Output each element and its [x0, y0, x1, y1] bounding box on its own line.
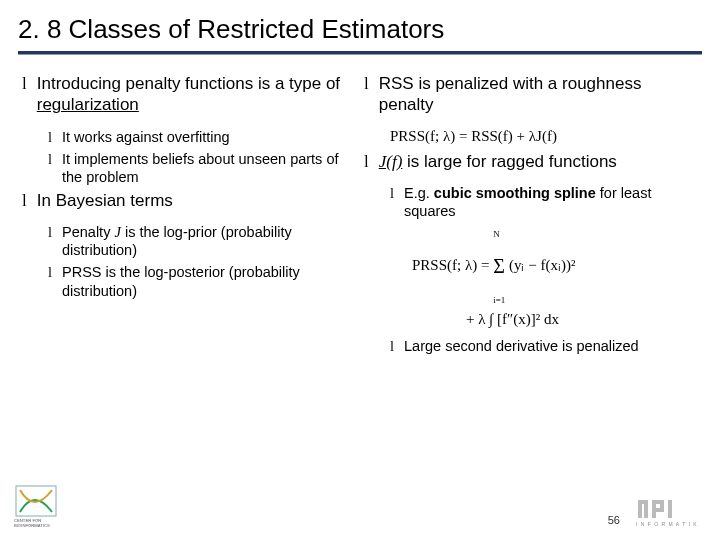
bullet-icon: l: [48, 223, 52, 259]
equation-prss-spline: PRSS(f; λ) = NΣi=1 (yᵢ − f(xᵢ))² + λ ∫ […: [412, 226, 698, 331]
right-point-2: l J(f) is large for ragged functions: [364, 151, 698, 172]
bioinformatics-logo: CENTER FOR BIOINFORMATICS: [14, 484, 74, 530]
bullet-icon: l: [390, 337, 394, 355]
bullet-icon: l: [48, 150, 52, 186]
bullet-text: J(f) is large for ragged functions: [379, 151, 698, 172]
left-point-2: l In Bayesian terms: [22, 190, 356, 211]
sum-symbol: NΣi=1: [493, 226, 505, 307]
content-columns: l Introducing penalty functions is a typ…: [0, 55, 720, 360]
bullet-text: Introducing penalty functions is a type …: [37, 73, 356, 116]
bullet-text: It works against overfitting: [62, 128, 356, 146]
bullet-icon: l: [390, 184, 394, 220]
sum-upper: N: [493, 229, 500, 239]
bullet-icon: l: [364, 73, 369, 116]
left-column: l Introducing penalty functions is a typ…: [22, 73, 356, 360]
right-point-2-sub1: l E.g. cubic smoothing spline for least …: [390, 184, 698, 220]
left-point-2-sub1: l Penalty J is the log-prior (probabilit…: [48, 223, 356, 259]
page-number: 56: [608, 514, 620, 526]
slide-title: 2. 8 Classes of Restricted Estimators: [0, 0, 720, 51]
text-underline: regularization: [37, 95, 139, 114]
bullet-icon: l: [48, 128, 52, 146]
equation-prss-basic: PRSS(f; λ) = RSS(f) + λJ(f): [390, 128, 698, 145]
bullet-icon: l: [364, 151, 369, 172]
logo-caption: I N F O R M A T I K: [636, 521, 698, 527]
bullet-icon: l: [22, 190, 27, 211]
text-bold: cubic smoothing spline: [434, 185, 596, 201]
mpi-logo: I N F O R M A T I K: [636, 496, 706, 530]
text-fragment: E.g.: [404, 185, 434, 201]
bullet-text: E.g. cubic smoothing spline for least sq…: [404, 184, 698, 220]
text-italic-underline: J(f): [379, 152, 403, 171]
bullet-icon: l: [48, 263, 52, 299]
sigma-icon: Σ: [493, 255, 505, 277]
equation-line-1: PRSS(f; λ) = NΣi=1 (yᵢ − f(xᵢ))²: [412, 226, 698, 307]
left-point-1-sub2: l It implements beliefs about unseen par…: [48, 150, 356, 186]
bullet-icon: l: [22, 73, 27, 116]
bullet-text: Large second derivative is penalized: [404, 337, 698, 355]
bullet-text: RSS is penalized with a roughness penalt…: [379, 73, 698, 116]
bullet-text: In Bayesian terms: [37, 190, 356, 211]
svg-rect-7: [660, 500, 664, 512]
text-fragment: Penalty: [62, 224, 114, 240]
left-point-2-sub2: l PRSS is the log-posterior (probability…: [48, 263, 356, 299]
bullet-text: Penalty J is the log-prior (probability …: [62, 223, 356, 259]
svg-rect-3: [638, 500, 648, 504]
bullet-text: It implements beliefs about unseen parts…: [62, 150, 356, 186]
sum-lower: i=1: [493, 295, 505, 305]
eq-fragment: PRSS(f; λ) =: [412, 257, 493, 273]
left-point-1-sub1: l It works against overfitting: [48, 128, 356, 146]
equation-line-2: + λ ∫ [f″(x)]² dx: [412, 307, 698, 331]
text-fragment: Introducing penalty functions is a type …: [37, 74, 340, 93]
logo-caption-2: BIOINFORMATICS: [14, 523, 50, 528]
right-point-2-sub2: l Large second derivative is penalized: [390, 337, 698, 355]
svg-rect-8: [668, 500, 672, 518]
text-fragment: is large for ragged functions: [402, 152, 617, 171]
bullet-text: PRSS is the log-posterior (probability d…: [62, 263, 356, 299]
right-point-1: l RSS is penalized with a roughness pena…: [364, 73, 698, 116]
eq-fragment: (yᵢ − f(xᵢ))²: [509, 257, 575, 273]
right-column: l RSS is penalized with a roughness pena…: [364, 73, 698, 360]
left-point-1: l Introducing penalty functions is a typ…: [22, 73, 356, 116]
